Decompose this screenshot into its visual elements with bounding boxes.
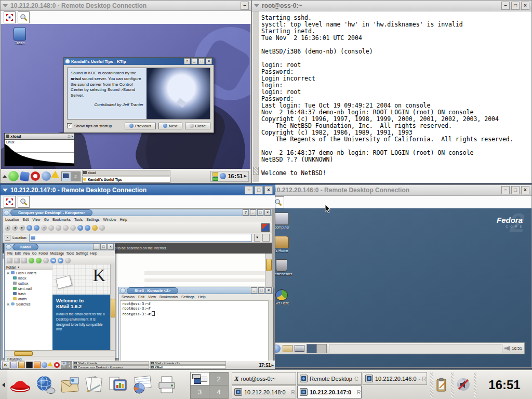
desktop-icon-trash[interactable]: Trash	[8, 27, 31, 45]
stop-icon[interactable]: ×	[41, 225, 47, 231]
up-icon[interactable]: ▲	[5, 225, 10, 231]
klipper-tray-icon[interactable]	[212, 172, 218, 177]
pager-desktop-1[interactable]	[307, 344, 316, 353]
find-icon[interactable]	[65, 258, 71, 263]
sticky-icon[interactable]	[6, 244, 11, 250]
minimize-button[interactable]: –	[241, 2, 249, 10]
find-icon[interactable]	[99, 225, 105, 231]
kmail-window[interactable]: KMail _ □ × FileEditViewGoFolderMessageT…	[4, 243, 115, 363]
scrollbar-thumb[interactable]	[266, 259, 272, 271]
folder-searches[interactable]: ⊞Searches	[5, 301, 52, 307]
window-147[interactable]: 10.212.20.147:0 - Remote Desktop Connect…	[0, 184, 275, 369]
task-konsole-1[interactable]: Shell - Konsole	[73, 361, 149, 365]
panel-hide-button[interactable]	[0, 370, 7, 399]
window-menu-icon[interactable]	[3, 4, 8, 7]
scrollbar-thumb[interactable]	[14, 351, 33, 356]
show-desktop-icon[interactable]	[10, 362, 17, 368]
volume-muted-tray-icon[interactable]	[456, 377, 471, 394]
maximize-button[interactable]: □	[255, 186, 263, 194]
ktip-titlebar[interactable]: Kandalf's Useful Tips - KTip ? _ □ ×	[64, 58, 214, 65]
folder-outbox[interactable]: outbox	[5, 281, 52, 286]
minimize-button[interactable]: _	[251, 287, 257, 294]
clear-location-icon[interactable]: ×	[5, 235, 10, 241]
folder-inbox[interactable]: inbox	[5, 275, 52, 281]
home-icon[interactable]: ⌂	[26, 225, 32, 231]
maximize-button[interactable]: □	[68, 135, 70, 138]
sticky-icon[interactable]	[120, 288, 126, 294]
next-button[interactable]: Next	[158, 123, 182, 129]
new-message-icon[interactable]	[7, 258, 12, 263]
folder-trash[interactable]: trash	[5, 291, 52, 296]
pager-desktop-3[interactable]: 3	[61, 365, 66, 368]
folder-local[interactable]: ⊟Local Folders	[5, 270, 52, 275]
minimize-button[interactable]: –	[501, 186, 510, 194]
pager-desktop-1[interactable]	[191, 373, 209, 385]
printer-launcher[interactable]	[155, 373, 179, 397]
print-icon[interactable]	[70, 225, 76, 231]
window-menu-icon[interactable]	[254, 4, 259, 7]
panel-clock[interactable]: 16:51	[228, 173, 242, 180]
menu-item[interactable]: Bookmarks	[159, 295, 178, 299]
susehelp-lifesaver-icon[interactable]	[31, 171, 40, 181]
printer-icon[interactable]	[295, 345, 304, 352]
cut-icon[interactable]	[48, 225, 54, 231]
panel-clock[interactable]: 17:51	[259, 363, 270, 368]
show-tips-checkbox[interactable]: ✓	[67, 123, 72, 128]
menu-item[interactable]: Tools	[74, 218, 83, 221]
help-lifesaver-icon[interactable]	[54, 362, 60, 368]
save-icon[interactable]	[14, 258, 20, 263]
maximize-button[interactable]: □	[258, 287, 264, 294]
maximize-button[interactable]: □	[257, 209, 263, 216]
host-clock[interactable]: 16:51	[479, 370, 530, 399]
window-146[interactable]: 10.212.20.146:0 - Remote Desktop Connect…	[269, 184, 532, 368]
pager-desktop-2[interactable]	[316, 344, 326, 353]
next-message-icon[interactable]: ▶	[58, 258, 63, 263]
minimize-button[interactable]: _	[93, 244, 99, 250]
menu-item[interactable]: Settings	[76, 251, 88, 255]
forward-icon[interactable]: ▶	[19, 225, 25, 231]
close-button[interactable]: ×	[265, 287, 272, 294]
window-terminal-oss0[interactable]: root@oss-0:~ – □ × Starting sshd.sysctl:…	[251, 0, 532, 183]
close-button[interactable]: ×	[71, 135, 73, 138]
task-147-active[interactable]: 10.212.20.147:0 - R	[297, 385, 362, 398]
applet-handle[interactable]	[451, 373, 454, 397]
xload-titlebar[interactable]: xload □×	[5, 134, 74, 140]
task-konqueror[interactable]: Conquer your Desktop! - Konqueror	[73, 365, 149, 369]
back-icon[interactable]: ◀	[12, 225, 18, 231]
globe-icon[interactable]	[42, 171, 51, 181]
folder-sent-mail[interactable]: sent-mail	[5, 286, 52, 291]
task-ktip[interactable]: Kandalf's Useful Tips	[82, 177, 170, 183]
maximize-button[interactable]: □	[511, 186, 520, 194]
help-button[interactable]: ?	[243, 209, 249, 216]
maximize-button[interactable]: □	[198, 58, 205, 64]
help-button[interactable]: ?	[184, 58, 190, 64]
xload-window[interactable]: xload □× Linux	[4, 133, 75, 166]
check-mail-in-icon[interactable]	[36, 258, 42, 263]
previous-message-icon[interactable]: ◀	[50, 258, 56, 263]
menu-item[interactable]: Tools	[66, 251, 74, 255]
window-148[interactable]: 10.212.20.148:0 - Remote Desktop Connect…	[0, 0, 251, 183]
close-button[interactable]: Close	[185, 123, 210, 129]
sticky-icon[interactable]	[4, 210, 9, 216]
mail-icon[interactable]	[283, 345, 292, 352]
pager-desktop-4[interactable]: 4	[66, 365, 72, 368]
close-button[interactable]: ×	[108, 244, 114, 250]
konqueror-titlebar[interactable]: Conquer your Desktop! - Konqueror ? _ □ …	[3, 209, 272, 216]
close-button[interactable]: ×	[206, 58, 212, 64]
menu-item[interactable]: Edit	[138, 295, 144, 299]
minimize-button[interactable]: –	[245, 186, 253, 194]
redhat-menu-button[interactable]	[8, 373, 32, 397]
kmail-titlebar[interactable]: KMail _ □ ×	[5, 244, 115, 250]
konsole-output[interactable]: root@oss-3:~# root@oss-3:~# root@oss-3:~…	[120, 300, 269, 365]
writer-launcher[interactable]	[82, 373, 106, 397]
go-button[interactable]	[262, 234, 270, 242]
folder-column-header[interactable]: Folder▾	[5, 264, 52, 270]
terminal-titlebar[interactable]: root@oss-0:~ – □ ×	[252, 1, 531, 11]
task-kmail[interactable]: KMail	[150, 365, 226, 369]
lock-icon[interactable]	[92, 225, 98, 231]
pager-desktop-2[interactable]: 2	[71, 172, 80, 181]
task-146[interactable]: 10.212.20.146:0 - R	[363, 372, 427, 385]
terminal-icon[interactable]	[26, 362, 33, 368]
pager-desktop-1[interactable]	[62, 172, 71, 181]
scrollbar-thumb[interactable]	[111, 299, 115, 317]
